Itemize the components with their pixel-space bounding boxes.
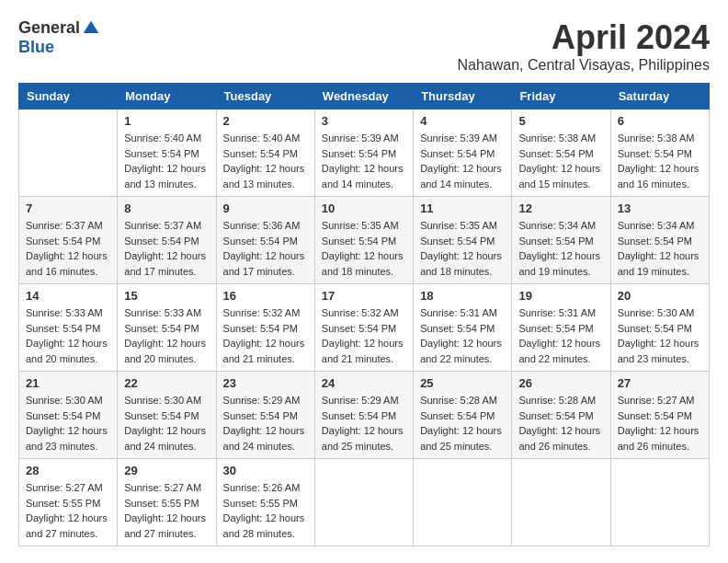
location-title: Nahawan, Central Visayas, Philippines <box>457 57 710 74</box>
day-number: 22 <box>124 376 209 390</box>
day-detail: Sunrise: 5:28 AMSunset: 5:54 PMDaylight:… <box>518 393 603 454</box>
day-detail: Sunrise: 5:30 AMSunset: 5:54 PMDaylight:… <box>618 305 702 366</box>
day-detail: Sunrise: 5:29 AMSunset: 5:54 PMDaylight:… <box>322 393 406 454</box>
calendar-header-friday: Friday <box>512 84 610 109</box>
day-number: 14 <box>26 289 110 303</box>
day-detail: Sunrise: 5:39 AMSunset: 5:54 PMDaylight:… <box>322 131 406 191</box>
day-number: 30 <box>223 464 308 477</box>
day-detail: Sunrise: 5:35 AMSunset: 5:54 PMDaylight:… <box>420 218 505 279</box>
day-number: 4 <box>420 114 505 128</box>
day-detail: Sunrise: 5:38 AMSunset: 5:54 PMDaylight:… <box>518 131 603 191</box>
calendar-header-wednesday: Wednesday <box>314 84 413 109</box>
calendar-cell <box>19 109 118 197</box>
day-number: 21 <box>26 376 110 390</box>
day-number: 2 <box>223 114 308 128</box>
calendar-table: SundayMondayTuesdayWednesdayThursdayFrid… <box>18 83 710 546</box>
month-title: April 2024 <box>457 18 710 57</box>
calendar-cell: 7Sunrise: 5:37 AMSunset: 5:54 PMDaylight… <box>19 197 118 284</box>
day-detail: Sunrise: 5:40 AMSunset: 5:54 PMDaylight:… <box>124 131 209 191</box>
day-number: 24 <box>322 376 406 390</box>
day-detail: Sunrise: 5:37 AMSunset: 5:54 PMDaylight:… <box>124 218 209 279</box>
calendar-week-row: 14Sunrise: 5:33 AMSunset: 5:54 PMDayligh… <box>19 284 710 372</box>
day-detail: Sunrise: 5:27 AMSunset: 5:55 PMDaylight:… <box>124 480 209 541</box>
calendar-cell: 13Sunrise: 5:34 AMSunset: 5:54 PMDayligh… <box>610 197 709 284</box>
day-number: 29 <box>124 464 209 477</box>
calendar-cell: 27Sunrise: 5:27 AMSunset: 5:54 PMDayligh… <box>610 372 709 459</box>
day-number: 7 <box>26 201 110 215</box>
calendar-cell: 17Sunrise: 5:32 AMSunset: 5:54 PMDayligh… <box>314 284 413 372</box>
day-detail: Sunrise: 5:30 AMSunset: 5:54 PMDaylight:… <box>26 393 110 454</box>
day-number: 11 <box>420 201 505 215</box>
day-detail: Sunrise: 5:26 AMSunset: 5:55 PMDaylight:… <box>223 480 308 541</box>
calendar-week-row: 1Sunrise: 5:40 AMSunset: 5:54 PMDaylight… <box>19 109 710 197</box>
calendar-cell: 28Sunrise: 5:27 AMSunset: 5:55 PMDayligh… <box>19 459 118 546</box>
day-detail: Sunrise: 5:31 AMSunset: 5:54 PMDaylight:… <box>420 305 505 366</box>
day-detail: Sunrise: 5:33 AMSunset: 5:54 PMDaylight:… <box>26 305 110 366</box>
calendar-cell: 23Sunrise: 5:29 AMSunset: 5:54 PMDayligh… <box>216 372 314 459</box>
title-area: April 2024 Nahawan, Central Visayas, Phi… <box>457 18 710 74</box>
day-number: 13 <box>618 201 702 215</box>
day-number: 8 <box>124 201 209 215</box>
calendar-cell <box>610 459 709 546</box>
calendar-cell: 8Sunrise: 5:37 AMSunset: 5:54 PMDaylight… <box>118 197 216 284</box>
day-detail: Sunrise: 5:40 AMSunset: 5:54 PMDaylight:… <box>223 131 308 191</box>
day-detail: Sunrise: 5:30 AMSunset: 5:54 PMDaylight:… <box>124 393 209 454</box>
calendar-week-row: 7Sunrise: 5:37 AMSunset: 5:54 PMDaylight… <box>19 197 710 284</box>
calendar-header-tuesday: Tuesday <box>216 84 314 109</box>
calendar-cell: 24Sunrise: 5:29 AMSunset: 5:54 PMDayligh… <box>314 372 413 459</box>
day-detail: Sunrise: 5:35 AMSunset: 5:54 PMDaylight:… <box>322 218 406 279</box>
day-number: 3 <box>322 114 406 128</box>
day-detail: Sunrise: 5:32 AMSunset: 5:54 PMDaylight:… <box>322 305 406 366</box>
day-detail: Sunrise: 5:27 AMSunset: 5:55 PMDaylight:… <box>26 480 110 541</box>
logo-general-text: General <box>18 18 80 38</box>
day-number: 9 <box>223 201 308 215</box>
calendar-cell: 19Sunrise: 5:31 AMSunset: 5:54 PMDayligh… <box>512 284 610 372</box>
calendar-body: 1Sunrise: 5:40 AMSunset: 5:54 PMDaylight… <box>19 109 710 546</box>
day-detail: Sunrise: 5:36 AMSunset: 5:54 PMDaylight:… <box>223 218 308 279</box>
day-detail: Sunrise: 5:32 AMSunset: 5:54 PMDaylight:… <box>223 305 308 366</box>
calendar-header-saturday: Saturday <box>610 84 709 109</box>
svg-marker-0 <box>84 20 99 32</box>
calendar-cell: 18Sunrise: 5:31 AMSunset: 5:54 PMDayligh… <box>414 284 512 372</box>
calendar-cell <box>414 459 512 546</box>
day-detail: Sunrise: 5:33 AMSunset: 5:54 PMDaylight:… <box>124 305 209 366</box>
day-number: 10 <box>322 201 406 215</box>
calendar-header-thursday: Thursday <box>414 84 512 109</box>
calendar-cell: 15Sunrise: 5:33 AMSunset: 5:54 PMDayligh… <box>118 284 216 372</box>
calendar-header-sunday: Sunday <box>19 84 118 109</box>
logo: General Blue <box>18 18 100 57</box>
logo-icon <box>82 19 100 38</box>
calendar-week-row: 28Sunrise: 5:27 AMSunset: 5:55 PMDayligh… <box>19 459 710 546</box>
day-number: 18 <box>420 289 505 303</box>
day-detail: Sunrise: 5:37 AMSunset: 5:54 PMDaylight:… <box>26 218 110 279</box>
day-number: 28 <box>26 464 110 477</box>
calendar-cell: 5Sunrise: 5:38 AMSunset: 5:54 PMDaylight… <box>512 109 610 197</box>
day-detail: Sunrise: 5:39 AMSunset: 5:54 PMDaylight:… <box>420 131 505 191</box>
day-number: 19 <box>518 289 603 303</box>
day-detail: Sunrise: 5:28 AMSunset: 5:54 PMDaylight:… <box>420 393 505 454</box>
calendar-cell: 30Sunrise: 5:26 AMSunset: 5:55 PMDayligh… <box>216 459 314 546</box>
calendar-cell: 29Sunrise: 5:27 AMSunset: 5:55 PMDayligh… <box>118 459 216 546</box>
calendar-cell: 10Sunrise: 5:35 AMSunset: 5:54 PMDayligh… <box>314 197 413 284</box>
calendar-cell: 11Sunrise: 5:35 AMSunset: 5:54 PMDayligh… <box>414 197 512 284</box>
calendar-cell: 21Sunrise: 5:30 AMSunset: 5:54 PMDayligh… <box>19 372 118 459</box>
calendar-cell: 6Sunrise: 5:38 AMSunset: 5:54 PMDaylight… <box>610 109 709 197</box>
calendar-cell <box>314 459 413 546</box>
day-number: 26 <box>518 376 603 390</box>
day-detail: Sunrise: 5:34 AMSunset: 5:54 PMDaylight:… <box>618 218 702 279</box>
day-number: 17 <box>322 289 406 303</box>
day-number: 6 <box>618 114 702 128</box>
day-number: 23 <box>223 376 308 390</box>
calendar-cell: 2Sunrise: 5:40 AMSunset: 5:54 PMDaylight… <box>216 109 314 197</box>
day-detail: Sunrise: 5:34 AMSunset: 5:54 PMDaylight:… <box>518 218 603 279</box>
day-number: 16 <box>223 289 308 303</box>
logo-blue-text: Blue <box>18 38 54 57</box>
day-number: 12 <box>518 201 603 215</box>
calendar-cell: 16Sunrise: 5:32 AMSunset: 5:54 PMDayligh… <box>216 284 314 372</box>
day-number: 20 <box>618 289 702 303</box>
day-detail: Sunrise: 5:31 AMSunset: 5:54 PMDaylight:… <box>518 305 603 366</box>
calendar-cell: 9Sunrise: 5:36 AMSunset: 5:54 PMDaylight… <box>216 197 314 284</box>
calendar-cell: 22Sunrise: 5:30 AMSunset: 5:54 PMDayligh… <box>118 372 216 459</box>
calendar-cell: 25Sunrise: 5:28 AMSunset: 5:54 PMDayligh… <box>414 372 512 459</box>
page-header: General Blue April 2024 Nahawan, Central… <box>18 18 710 74</box>
